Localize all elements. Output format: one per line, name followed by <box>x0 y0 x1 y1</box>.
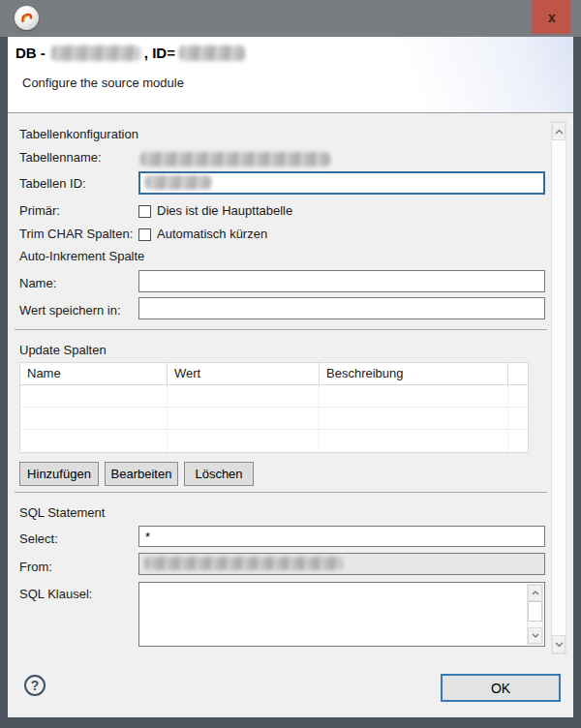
dialog-title-prefix: DB - <box>15 45 46 61</box>
table-cell <box>20 385 168 407</box>
dialog-footer: ? OK <box>8 656 573 717</box>
table-cell <box>168 385 320 407</box>
redacted-db-name <box>51 46 140 61</box>
titlebar[interactable]: x <box>0 0 581 37</box>
sql-klausel-textarea[interactable] <box>139 583 527 646</box>
table-cell <box>320 408 508 429</box>
chevron-down-icon <box>555 642 564 648</box>
primaer-checkbox-label: Dies ist die Haupttabelle <box>157 203 292 218</box>
table-header-beschreibung[interactable]: Beschreibung <box>320 363 508 384</box>
textarea-scrollbar[interactable] <box>527 584 543 645</box>
dialog-header: DB -, ID= Configure the source module <box>8 37 573 113</box>
main-scrollbar[interactable] <box>551 121 566 654</box>
table-cell <box>168 430 320 452</box>
trim-checkbox-label: Automatisch kürzen <box>157 227 267 241</box>
section-tabellenkonfiguration: Tabellenkonfiguration <box>19 127 138 141</box>
scroll-down-button[interactable] <box>528 627 542 644</box>
wert-speichern-label: Wert speichern in: <box>19 303 121 318</box>
name-label: Name: <box>19 276 56 290</box>
hinzufuegen-button[interactable]: Hinzufügen <box>19 462 99 486</box>
section-update-spalten: Update Spalten <box>19 343 107 357</box>
from-input[interactable] <box>138 553 545 575</box>
table-header-name[interactable]: Name <box>20 363 168 384</box>
tabellen-id-input[interactable] <box>138 171 545 195</box>
separator <box>15 492 547 493</box>
app-logo-icon <box>15 6 39 30</box>
select-input[interactable] <box>138 526 545 547</box>
table-row[interactable] <box>20 408 528 430</box>
primaer-label: Primär: <box>19 203 60 218</box>
close-button[interactable]: x <box>533 0 571 34</box>
chevron-up-icon <box>555 129 564 135</box>
scrollbar-thumb[interactable] <box>528 601 542 622</box>
trim-checkbox[interactable] <box>138 228 151 241</box>
dialog-content: Tabellenkonfiguration Tabellenname: Tabe… <box>8 113 573 656</box>
chevron-up-icon <box>532 591 539 595</box>
help-glyph: ? <box>31 678 40 693</box>
table-cell <box>320 385 508 407</box>
update-spalten-table: Name Wert Beschreibung <box>19 362 529 453</box>
close-icon: x <box>548 10 556 25</box>
tabellenname-label: Tabellenname: <box>19 150 102 165</box>
table-cell <box>508 385 528 407</box>
table-cell <box>168 408 320 429</box>
scroll-up-button[interactable] <box>528 585 542 601</box>
table-header-row: Name Wert Beschreibung <box>20 363 528 385</box>
dialog-window: x DB -, ID= Configure the source module … <box>0 0 581 728</box>
loeschen-button[interactable]: Löschen <box>184 462 254 486</box>
redacted-tabellenname-value <box>140 152 330 167</box>
primaer-checkbox[interactable] <box>138 205 151 218</box>
sql-klausel-label: SQL Klausel: <box>19 587 92 601</box>
section-sql-statement: SQL Statement <box>19 505 105 520</box>
table-cell <box>320 430 508 452</box>
sql-klausel-field <box>138 582 545 647</box>
dialog-title: DB -, ID= <box>15 45 245 61</box>
help-icon[interactable]: ? <box>24 675 46 696</box>
name-input[interactable] <box>138 270 545 292</box>
table-cell <box>508 408 528 429</box>
table-row[interactable] <box>20 385 528 408</box>
table-cell <box>20 430 168 452</box>
table-row[interactable] <box>20 430 528 452</box>
section-auto-inkrement: Auto-Inkrement Spalte <box>19 249 144 263</box>
redacted-db-id <box>179 46 245 61</box>
redacted-tabellen-id-value <box>145 175 211 190</box>
from-label: From: <box>19 560 52 574</box>
main-scroll-down-button[interactable] <box>552 635 566 653</box>
wert-speichern-input[interactable] <box>138 297 545 319</box>
bearbeiten-button[interactable]: Bearbeiten <box>105 462 178 486</box>
dialog-subtitle: Configure the source module <box>22 76 184 90</box>
table-cell <box>508 430 528 452</box>
trim-char-spalten-label: Trim CHAR Spalten: <box>19 227 133 241</box>
tabellen-id-label: Tabellen ID: <box>19 176 86 191</box>
chevron-down-icon <box>532 633 539 638</box>
table-header-extra[interactable] <box>508 363 528 384</box>
select-label: Select: <box>19 531 58 546</box>
redacted-from-value <box>144 557 343 570</box>
ok-button[interactable]: OK <box>441 674 561 702</box>
table-header-wert[interactable]: Wert <box>168 363 320 384</box>
separator <box>15 329 547 330</box>
table-cell <box>20 408 168 429</box>
main-scroll-up-button[interactable] <box>552 122 566 140</box>
dialog-title-mid: , ID= <box>144 45 175 61</box>
